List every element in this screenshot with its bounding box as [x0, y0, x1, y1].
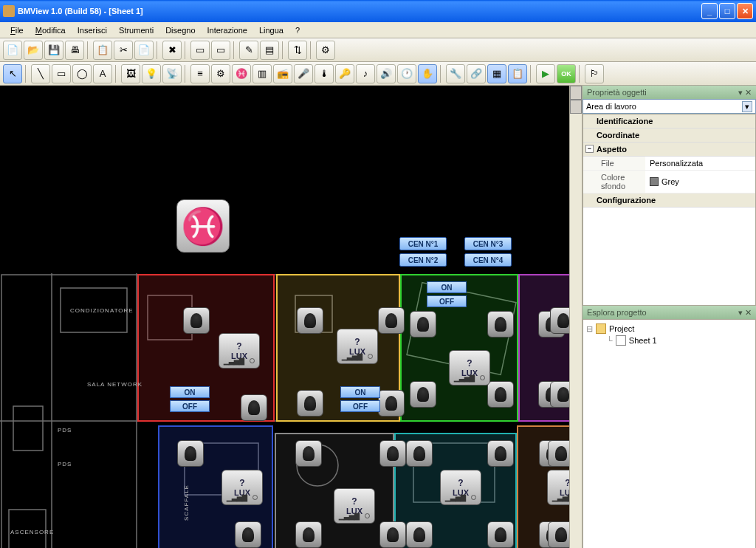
bulb-device[interactable] [406, 521, 433, 548]
key-icon[interactable]: 🔑 [335, 64, 354, 83]
bulb-device[interactable] [487, 311, 514, 338]
rect-icon[interactable]: ▭ [52, 64, 71, 83]
menu-file[interactable]: File [4, 24, 30, 37]
prop-row-color[interactable]: Colore sfondo Grey [583, 171, 755, 193]
bulb-device[interactable] [295, 440, 322, 467]
align-icon[interactable]: ⇅ [288, 41, 307, 60]
drawing-canvas[interactable]: ♓ ?LUX▁▃▅▇?LUX▁▃▅▇?LUX▁▃▅▇?LUX▁▃▅▇?LUX▁▃… [0, 86, 569, 548]
list-icon[interactable]: ≡ [190, 64, 210, 83]
bulb-icon[interactable]: 💡 [142, 64, 161, 83]
bulb-device[interactable] [378, 390, 405, 417]
maximize-button[interactable]: □ [719, 3, 735, 19]
off-button[interactable]: OFF [427, 295, 467, 307]
pisces-icon[interactable]: ♓ [176, 199, 230, 253]
close-button[interactable]: ✕ [737, 3, 753, 19]
properties-icon[interactable]: 📋 [508, 64, 527, 83]
menu-modifica[interactable]: Modifica [30, 24, 72, 37]
hvac-icon[interactable]: ⚙ [211, 64, 230, 83]
menu-lingua[interactable]: Lingua [253, 24, 289, 37]
music-icon[interactable]: ♪ [356, 64, 375, 83]
bulb-device[interactable] [548, 440, 569, 467]
line-icon[interactable]: ╲ [31, 64, 50, 83]
menu-inserisci[interactable]: Inserisci [72, 24, 113, 37]
bulb-device[interactable] [235, 521, 261, 548]
pin-icon[interactable]: ▾ ✕ [738, 88, 752, 97]
bulb-device[interactable] [548, 521, 569, 548]
delete-icon[interactable]: ✖ [162, 41, 182, 60]
play-icon[interactable]: ▶ [536, 64, 555, 83]
bulb-device[interactable] [378, 307, 405, 334]
bulb-device[interactable] [183, 307, 210, 334]
speaker-icon[interactable]: 🔊 [377, 64, 396, 83]
bulb-device[interactable] [297, 390, 323, 417]
ellipse-icon[interactable]: ◯ [72, 64, 92, 83]
bulb-device[interactable] [379, 521, 406, 548]
bulb-device[interactable] [487, 381, 514, 408]
note-icon[interactable]: ▤ [260, 41, 279, 60]
on-button[interactable]: ON [427, 281, 467, 293]
radio-icon[interactable]: 📻 [273, 64, 292, 83]
lux-sensor[interactable]: ?LUX▁▃▅▇ [547, 470, 569, 505]
image-icon[interactable]: 🖼 [121, 64, 140, 83]
prop-cat-aspetto[interactable]: Aspetto [583, 143, 755, 157]
print-icon[interactable]: 🖶 [65, 41, 84, 60]
menu-strumenti[interactable]: Strumenti [113, 24, 159, 37]
cen-button[interactable]: CEN N°2 [399, 253, 447, 267]
properties-panel-header[interactable]: Proprietà oggetti ▾ ✕ [583, 86, 756, 99]
lux-sensor[interactable]: ?LUX▁▃▅▇ [440, 470, 481, 505]
thermo-icon[interactable]: 🌡 [315, 64, 334, 83]
copy-icon[interactable]: 📋 [93, 41, 112, 60]
wand-icon[interactable]: ✎ [239, 41, 258, 60]
cen-button[interactable]: CEN N°4 [464, 253, 512, 267]
prop-cat-coordinate[interactable]: Coordinate [583, 129, 755, 143]
cut-icon[interactable]: ✂ [114, 41, 133, 60]
vertical-scrollbar[interactable] [569, 86, 582, 548]
prop-cat-identification[interactable]: Identificazione [583, 114, 755, 129]
blind-icon[interactable]: ▥ [252, 64, 272, 83]
bulb-device[interactable] [177, 440, 204, 467]
text-icon[interactable]: A [93, 64, 112, 83]
bulb-device[interactable] [410, 381, 436, 408]
bulb-device[interactable] [550, 307, 569, 334]
new-icon[interactable]: 📄 [3, 41, 22, 60]
tree-root[interactable]: ⊟ Project [586, 323, 752, 335]
prop-row-file[interactable]: File Personalizzata [583, 157, 755, 171]
paste-icon[interactable]: 📄 [134, 41, 154, 60]
menu-interazione[interactable]: Interazione [202, 24, 253, 37]
ok-button[interactable]: OK [557, 64, 576, 83]
menu-help[interactable]: ? [289, 24, 306, 37]
sensor-icon[interactable]: 📡 [162, 64, 182, 83]
tool-1-icon[interactable]: ▭ [190, 41, 210, 60]
link-icon[interactable]: 🔗 [467, 64, 486, 83]
lux-sensor[interactable]: ?LUX▁▃▅▇ [334, 488, 375, 524]
off-button[interactable]: OFF [170, 400, 210, 412]
tree-sheet[interactable]: └ Sheet 1 [586, 335, 752, 346]
bulb-device[interactable] [297, 307, 323, 334]
lux-sensor[interactable]: ?LUX▁▃▅▇ [337, 329, 378, 364]
lux-sensor[interactable]: ?LUX▁▃▅▇ [219, 333, 260, 369]
clock-icon[interactable]: 🕐 [397, 64, 416, 83]
cen-button[interactable]: CEN N°1 [399, 237, 447, 250]
lux-sensor[interactable]: ?LUX▁▃▅▇ [449, 350, 490, 386]
bulb-device[interactable] [487, 440, 514, 467]
pointer-icon[interactable]: ↖ [3, 64, 22, 83]
on-button[interactable]: ON [170, 386, 210, 398]
pin-icon[interactable]: ▾ ✕ [738, 308, 752, 318]
bulb-device[interactable] [295, 521, 322, 548]
cen-button[interactable]: CEN N°3 [464, 237, 512, 250]
wrench-icon[interactable]: 🔧 [446, 64, 465, 83]
open-icon[interactable]: 📂 [24, 41, 43, 60]
tool-2-icon[interactable]: ▭ [211, 41, 230, 60]
prop-cat-config[interactable]: Configurazione [583, 193, 755, 208]
hand-icon[interactable]: ✋ [418, 64, 437, 83]
bulb-device[interactable] [550, 381, 569, 408]
bulb-device[interactable] [410, 311, 436, 338]
bulb-device[interactable] [487, 521, 514, 548]
save-icon[interactable]: 💾 [44, 41, 63, 60]
layers-icon[interactable]: ▦ [487, 64, 506, 83]
object-selector[interactable]: Area di lavoro [583, 99, 756, 114]
on-button[interactable]: ON [340, 386, 380, 398]
bulb-device[interactable] [241, 394, 267, 421]
explorer-panel-header[interactable]: Esplora progetto ▾ ✕ [583, 306, 756, 319]
lux-sensor[interactable]: ?LUX▁▃▅▇ [221, 470, 263, 505]
